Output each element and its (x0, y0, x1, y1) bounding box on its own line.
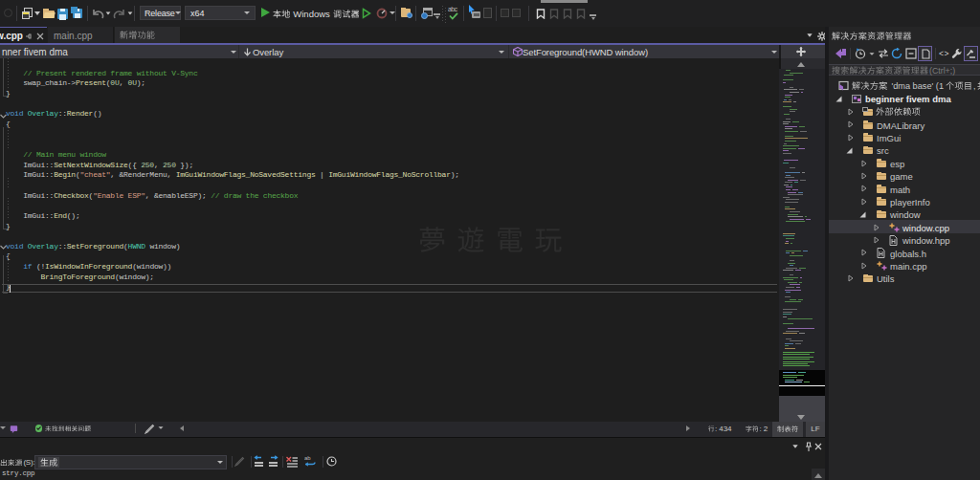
svg-text:ab: ab (304, 455, 311, 461)
